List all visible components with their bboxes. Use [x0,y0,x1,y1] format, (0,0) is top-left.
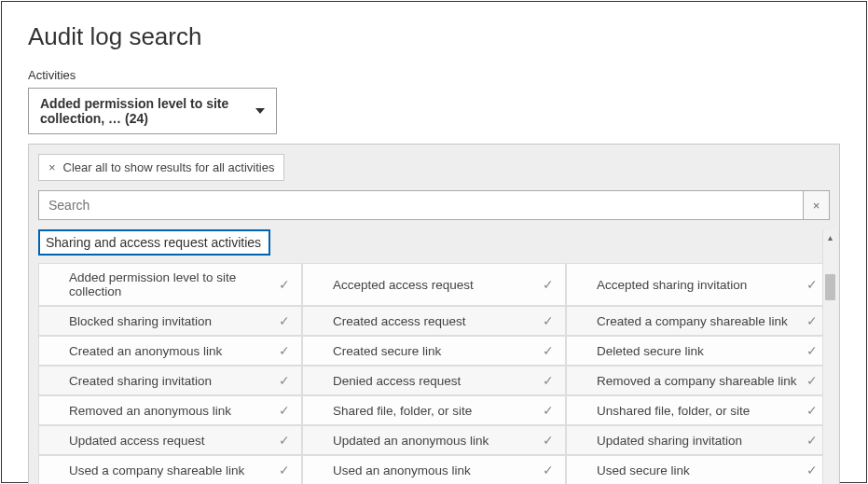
check-icon: ✓ [279,403,290,418]
activity-item-label: Created a company shareable link [597,314,788,328]
category-header[interactable]: Sharing and access request activities [38,229,270,256]
activity-item-label: Blocked sharing invitation [69,314,212,328]
close-icon: × [48,161,56,173]
check-icon: ✓ [543,373,554,388]
check-icon: ✓ [279,373,290,388]
check-icon: ✓ [543,313,554,328]
activity-item-label: Updated sharing invitation [597,434,742,448]
scrollbar[interactable]: ▴ ▾ [822,229,837,484]
check-icon: ✓ [806,433,818,448]
chevron-down-icon [255,108,265,114]
activity-item-label: Deleted secure link [597,344,704,358]
page-title: Audit log search [28,22,840,51]
activity-item[interactable]: Created a company shareable link✓ [566,306,830,336]
activity-item-label: Created sharing invitation [69,374,212,388]
clear-all-button[interactable]: × Clear all to show results for all acti… [38,154,284,181]
activity-item[interactable]: Shared file, folder, or site✓ [302,395,566,425]
activities-dropdown[interactable]: Added permission level to site collectio… [28,88,277,134]
activity-item[interactable]: Updated an anonymous link✓ [302,425,566,455]
check-icon: ✓ [806,373,818,388]
activity-item[interactable]: Removed a company shareable link✓ [566,366,830,395]
activity-item-label: Added permission level to site collectio… [69,270,269,298]
activity-item-label: Accepted access request [333,278,474,292]
check-icon: ✓ [279,433,290,448]
activity-item[interactable]: Denied access request✓ [302,366,566,395]
activity-item-label: Created access request [333,314,466,328]
activity-item-label: Unshared file, folder, or site [597,404,750,418]
check-icon: ✓ [806,343,818,358]
activity-item[interactable]: Used a company shareable link✓ [38,455,302,484]
activity-item[interactable]: Accepted access request✓ [302,263,566,306]
scroll-thumb[interactable] [825,274,835,300]
activity-item-label: Shared file, folder, or site [333,404,472,418]
activity-item[interactable]: Created access request✓ [302,306,566,336]
activity-item-label: Updated access request [69,434,205,448]
activities-panel: × Clear all to show results for all acti… [28,144,840,484]
activity-item[interactable]: Updated sharing invitation✓ [566,425,830,455]
check-icon: ✓ [806,403,818,418]
check-icon: ✓ [806,313,818,328]
activity-item[interactable]: Accepted sharing invitation✓ [566,263,830,306]
activity-item-label: Accepted sharing invitation [597,278,747,292]
check-icon: ✓ [806,463,818,477]
activity-item-label: Removed an anonymous link [69,404,231,418]
activity-item[interactable]: Used an anonymous link✓ [302,455,566,484]
close-icon: × [813,199,820,213]
activities-grid: Added permission level to site collectio… [38,263,830,484]
search-input[interactable] [38,190,804,220]
activity-item[interactable]: Created an anonymous link✓ [38,336,302,366]
activities-selected-text: Added permission level to site collectio… [40,96,248,126]
activity-item-label: Created an anonymous link [69,344,222,358]
activity-item-label: Used an anonymous link [333,463,471,477]
activity-item[interactable]: Deleted secure link✓ [566,336,830,366]
check-icon: ✓ [279,277,290,292]
check-icon: ✓ [279,313,290,328]
activity-item-label: Created secure link [333,344,441,358]
activities-label: Activities [28,68,840,82]
search-clear-button[interactable]: × [804,190,830,220]
check-icon: ✓ [543,463,554,477]
activity-item[interactable]: Blocked sharing invitation✓ [38,306,302,336]
activity-item[interactable]: Added permission level to site collectio… [38,263,302,306]
check-icon: ✓ [279,343,290,358]
activity-item-label: Used secure link [597,463,690,477]
activity-item-label: Denied access request [333,374,461,388]
activities-list-scroll: Sharing and access request activities Ad… [38,229,830,484]
activity-item[interactable]: Updated access request✓ [38,425,302,455]
check-icon: ✓ [279,463,290,477]
clear-all-label: Clear all to show results for all activi… [63,160,275,174]
check-icon: ✓ [543,343,554,358]
activity-item-label: Removed a company shareable link [597,374,797,388]
activity-item[interactable]: Removed an anonymous link✓ [38,395,302,425]
check-icon: ✓ [806,277,818,292]
check-icon: ✓ [543,277,554,292]
activity-item[interactable]: Created secure link✓ [302,336,566,366]
activity-item[interactable]: Unshared file, folder, or site✓ [566,395,830,425]
activity-item-label: Updated an anonymous link [333,434,489,448]
check-icon: ✓ [543,403,554,418]
activity-item[interactable]: Used secure link✓ [566,455,830,484]
activity-item-label: Used a company shareable link [69,463,244,477]
scroll-up-icon[interactable]: ▴ [823,229,837,244]
check-icon: ✓ [543,433,554,448]
activity-item[interactable]: Created sharing invitation✓ [38,366,302,395]
